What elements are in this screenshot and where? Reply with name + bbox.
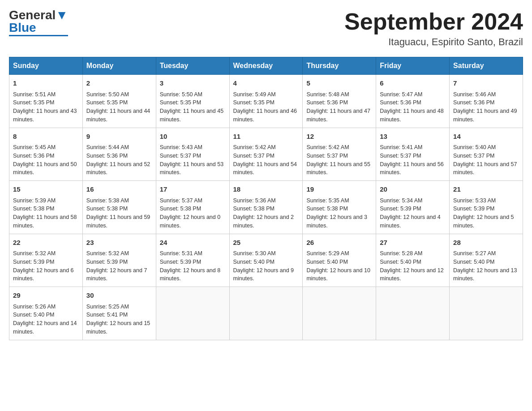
day-number: 23 xyxy=(86,238,152,248)
day-number: 4 xyxy=(233,78,299,89)
calendar-day-cell: 28Sunrise: 5:27 AMSunset: 5:40 PMDayligh… xyxy=(450,234,523,287)
day-info: Sunrise: 5:36 AMSunset: 5:38 PMDaylight:… xyxy=(233,197,299,230)
location-title: Itaguacu, Espirito Santo, Brazil xyxy=(344,36,523,48)
calendar-day-cell: 24Sunrise: 5:31 AMSunset: 5:39 PMDayligh… xyxy=(156,234,229,287)
day-info: Sunrise: 5:39 AMSunset: 5:38 PMDaylight:… xyxy=(13,197,79,230)
day-info: Sunrise: 5:51 AMSunset: 5:35 PMDaylight:… xyxy=(13,90,79,124)
calendar-day-cell: 8Sunrise: 5:45 AMSunset: 5:36 PMDaylight… xyxy=(9,128,83,181)
title-area: September 2024 Itaguacu, Espirito Santo,… xyxy=(344,9,523,48)
calendar-day-cell: 26Sunrise: 5:29 AMSunset: 5:40 PMDayligh… xyxy=(303,234,376,287)
day-number: 8 xyxy=(13,132,79,142)
day-info: Sunrise: 5:50 AMSunset: 5:35 PMDaylight:… xyxy=(86,90,152,124)
header-saturday: Saturday xyxy=(450,57,523,75)
day-info: Sunrise: 5:47 AMSunset: 5:36 PMDaylight:… xyxy=(380,90,446,124)
day-info: Sunrise: 5:34 AMSunset: 5:39 PMDaylight:… xyxy=(380,197,446,230)
calendar-day-cell: 21Sunrise: 5:33 AMSunset: 5:39 PMDayligh… xyxy=(450,181,523,234)
day-info: Sunrise: 5:26 AMSunset: 5:40 PMDaylight:… xyxy=(13,303,79,336)
day-info: Sunrise: 5:42 AMSunset: 5:37 PMDaylight:… xyxy=(233,143,299,177)
calendar-day-cell: 19Sunrise: 5:35 AMSunset: 5:38 PMDayligh… xyxy=(303,181,376,234)
calendar-day-cell xyxy=(303,287,376,340)
calendar-day-cell: 14Sunrise: 5:40 AMSunset: 5:37 PMDayligh… xyxy=(450,128,523,181)
day-number: 12 xyxy=(306,132,372,142)
day-number: 20 xyxy=(380,184,446,195)
header-monday: Monday xyxy=(82,57,156,75)
calendar-day-cell: 9Sunrise: 5:44 AMSunset: 5:36 PMDaylight… xyxy=(82,128,156,181)
calendar-header-row: Sunday Monday Tuesday Wednesday Thursday… xyxy=(9,57,523,75)
day-number: 2 xyxy=(86,78,152,89)
day-info: Sunrise: 5:35 AMSunset: 5:38 PMDaylight:… xyxy=(306,197,372,230)
day-info: Sunrise: 5:49 AMSunset: 5:35 PMDaylight:… xyxy=(233,90,299,124)
day-number: 15 xyxy=(13,184,79,195)
calendar-day-cell: 18Sunrise: 5:36 AMSunset: 5:38 PMDayligh… xyxy=(229,181,303,234)
day-info: Sunrise: 5:32 AMSunset: 5:39 PMDaylight:… xyxy=(13,249,79,283)
day-info: Sunrise: 5:40 AMSunset: 5:37 PMDaylight:… xyxy=(453,143,519,177)
calendar-day-cell: 25Sunrise: 5:30 AMSunset: 5:40 PMDayligh… xyxy=(229,234,303,287)
calendar-week-row: 8Sunrise: 5:45 AMSunset: 5:36 PMDaylight… xyxy=(9,128,523,181)
day-info: Sunrise: 5:44 AMSunset: 5:36 PMDaylight:… xyxy=(86,143,152,177)
day-info: Sunrise: 5:46 AMSunset: 5:36 PMDaylight:… xyxy=(453,90,519,124)
calendar-day-cell xyxy=(156,287,229,340)
day-info: Sunrise: 5:29 AMSunset: 5:40 PMDaylight:… xyxy=(306,249,372,283)
day-number: 3 xyxy=(160,78,226,89)
calendar-day-cell: 16Sunrise: 5:38 AMSunset: 5:38 PMDayligh… xyxy=(82,181,156,234)
calendar-day-cell xyxy=(450,287,523,340)
calendar-day-cell: 29Sunrise: 5:26 AMSunset: 5:40 PMDayligh… xyxy=(9,287,83,340)
day-info: Sunrise: 5:37 AMSunset: 5:38 PMDaylight:… xyxy=(160,197,226,230)
logo: General▼ Blue xyxy=(9,9,68,36)
header-sunday: Sunday xyxy=(9,57,83,75)
calendar-day-cell: 1Sunrise: 5:51 AMSunset: 5:35 PMDaylight… xyxy=(9,75,83,128)
day-info: Sunrise: 5:42 AMSunset: 5:37 PMDaylight:… xyxy=(306,143,372,177)
day-number: 17 xyxy=(160,184,226,195)
day-number: 11 xyxy=(233,132,299,142)
calendar-day-cell: 17Sunrise: 5:37 AMSunset: 5:38 PMDayligh… xyxy=(156,181,229,234)
day-info: Sunrise: 5:32 AMSunset: 5:39 PMDaylight:… xyxy=(86,249,152,283)
day-number: 10 xyxy=(160,132,226,142)
calendar-week-row: 1Sunrise: 5:51 AMSunset: 5:35 PMDaylight… xyxy=(9,75,523,128)
day-number: 13 xyxy=(380,132,446,142)
day-info: Sunrise: 5:25 AMSunset: 5:41 PMDaylight:… xyxy=(86,303,152,336)
calendar-day-cell: 13Sunrise: 5:41 AMSunset: 5:37 PMDayligh… xyxy=(376,128,450,181)
calendar-day-cell: 10Sunrise: 5:43 AMSunset: 5:37 PMDayligh… xyxy=(156,128,229,181)
day-number: 5 xyxy=(306,78,372,89)
day-number: 28 xyxy=(453,238,519,248)
header-thursday: Thursday xyxy=(303,57,376,75)
calendar-day-cell: 6Sunrise: 5:47 AMSunset: 5:36 PMDaylight… xyxy=(376,75,450,128)
day-number: 19 xyxy=(306,184,372,195)
calendar-day-cell: 5Sunrise: 5:48 AMSunset: 5:36 PMDaylight… xyxy=(303,75,376,128)
header-tuesday: Tuesday xyxy=(156,57,229,75)
calendar-day-cell: 23Sunrise: 5:32 AMSunset: 5:39 PMDayligh… xyxy=(82,234,156,287)
calendar-day-cell: 12Sunrise: 5:42 AMSunset: 5:37 PMDayligh… xyxy=(303,128,376,181)
day-info: Sunrise: 5:50 AMSunset: 5:35 PMDaylight:… xyxy=(160,90,226,124)
calendar-day-cell: 7Sunrise: 5:46 AMSunset: 5:36 PMDaylight… xyxy=(450,75,523,128)
day-number: 6 xyxy=(380,78,446,89)
day-info: Sunrise: 5:41 AMSunset: 5:37 PMDaylight:… xyxy=(380,143,446,177)
page-header: General▼ Blue September 2024 Itaguacu, E… xyxy=(9,9,523,48)
day-number: 14 xyxy=(453,132,519,142)
day-number: 22 xyxy=(13,238,79,248)
logo-text: General▼ Blue xyxy=(9,9,68,34)
day-info: Sunrise: 5:33 AMSunset: 5:39 PMDaylight:… xyxy=(453,197,519,230)
calendar-week-row: 22Sunrise: 5:32 AMSunset: 5:39 PMDayligh… xyxy=(9,234,523,287)
calendar-day-cell: 20Sunrise: 5:34 AMSunset: 5:39 PMDayligh… xyxy=(376,181,450,234)
day-number: 30 xyxy=(86,291,152,301)
day-number: 16 xyxy=(86,184,152,195)
calendar-week-row: 15Sunrise: 5:39 AMSunset: 5:38 PMDayligh… xyxy=(9,181,523,234)
day-info: Sunrise: 5:45 AMSunset: 5:36 PMDaylight:… xyxy=(13,143,79,177)
day-info: Sunrise: 5:30 AMSunset: 5:40 PMDaylight:… xyxy=(233,249,299,283)
header-wednesday: Wednesday xyxy=(229,57,303,75)
calendar-day-cell xyxy=(229,287,303,340)
calendar-day-cell: 15Sunrise: 5:39 AMSunset: 5:38 PMDayligh… xyxy=(9,181,83,234)
calendar-table: Sunday Monday Tuesday Wednesday Thursday… xyxy=(9,57,523,340)
logo-blue: Blue xyxy=(9,21,36,34)
day-number: 7 xyxy=(453,78,519,89)
calendar-week-row: 29Sunrise: 5:26 AMSunset: 5:40 PMDayligh… xyxy=(9,287,523,340)
day-info: Sunrise: 5:38 AMSunset: 5:38 PMDaylight:… xyxy=(86,197,152,230)
calendar-day-cell: 3Sunrise: 5:50 AMSunset: 5:35 PMDaylight… xyxy=(156,75,229,128)
day-info: Sunrise: 5:27 AMSunset: 5:40 PMDaylight:… xyxy=(453,249,519,283)
day-number: 25 xyxy=(233,238,299,248)
calendar-day-cell xyxy=(376,287,450,340)
day-number: 26 xyxy=(306,238,372,248)
day-info: Sunrise: 5:48 AMSunset: 5:36 PMDaylight:… xyxy=(306,90,372,124)
day-number: 27 xyxy=(380,238,446,248)
calendar-day-cell: 30Sunrise: 5:25 AMSunset: 5:41 PMDayligh… xyxy=(82,287,156,340)
